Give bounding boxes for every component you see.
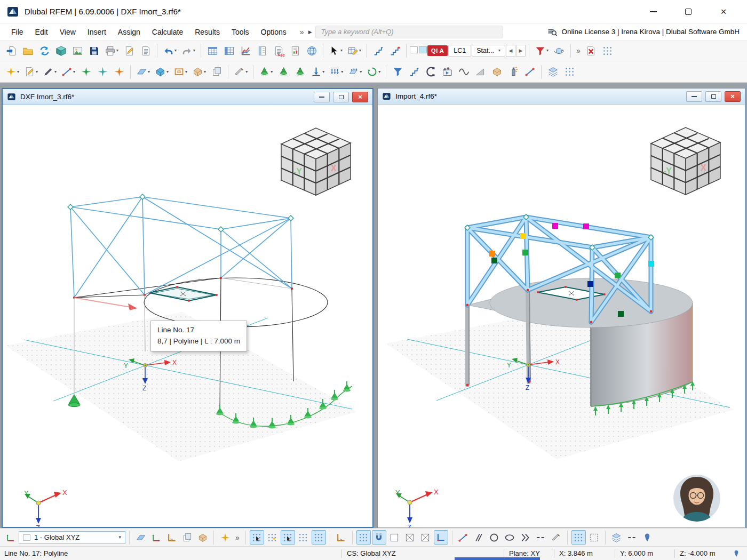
work-plane-button[interactable] bbox=[195, 530, 210, 545]
window-dxf-import[interactable]: DXF Imort_3.rf6* × bbox=[2, 88, 374, 528]
maximize-button[interactable] bbox=[680, 4, 697, 20]
copy-cs-button[interactable] bbox=[180, 530, 194, 545]
analysis-type-dropdown[interactable]: Stat...▾ bbox=[472, 45, 505, 57]
divide-snap-toggle[interactable] bbox=[549, 530, 563, 545]
table-manager-button[interactable] bbox=[600, 43, 616, 59]
bisector-snap-toggle[interactable] bbox=[534, 530, 548, 545]
filter-button[interactable]: ▾ bbox=[533, 43, 551, 59]
slab-outline[interactable] bbox=[74, 278, 328, 327]
parallel-snap-toggle[interactable] bbox=[472, 530, 486, 545]
menu-item-calculate[interactable]: Calculate bbox=[146, 25, 189, 39]
model-cube-button[interactable] bbox=[53, 43, 69, 59]
insert-opening-button[interactable]: ▾ bbox=[171, 64, 189, 80]
right-3d-viewport[interactable]: X Y Z X Y Z -Y X bbox=[378, 105, 745, 527]
nodal-load-button[interactable]: ▾ bbox=[308, 64, 327, 80]
status-pin-icon[interactable] bbox=[732, 547, 741, 560]
license-area[interactable]: Online License 3 | Irena Kirova | Dlubal… bbox=[547, 27, 742, 37]
tool-overflow-icon[interactable]: » bbox=[574, 46, 583, 55]
perpendicular-snap-toggle[interactable] bbox=[434, 530, 448, 545]
window-import-4[interactable]: Import_4.rf6* × bbox=[377, 88, 745, 528]
move-cs-button[interactable] bbox=[149, 530, 163, 545]
line-support-button[interactable] bbox=[275, 64, 291, 80]
slab-surface[interactable] bbox=[467, 278, 693, 327]
right-window-titlebar[interactable]: Import_4.rf6* × bbox=[378, 89, 745, 105]
save-button[interactable] bbox=[86, 43, 102, 59]
close-button[interactable]: × bbox=[715, 4, 732, 20]
insert-line-button[interactable]: ▾ bbox=[59, 64, 77, 80]
levels-button[interactable] bbox=[640, 530, 655, 545]
quick-input-badge[interactable]: QI A bbox=[427, 45, 448, 56]
solid-model-button[interactable] bbox=[489, 64, 505, 80]
hide-objects-toggle[interactable] bbox=[625, 530, 639, 545]
measure-line-button[interactable] bbox=[522, 64, 538, 80]
layers-toggle[interactable] bbox=[609, 530, 624, 545]
edit-plane-button[interactable] bbox=[133, 530, 148, 545]
tables-button[interactable] bbox=[204, 43, 220, 59]
layers-button[interactable] bbox=[545, 64, 561, 80]
previous-load-case-button[interactable]: ◀ bbox=[506, 45, 515, 57]
snap-node-toggle[interactable] bbox=[265, 530, 280, 545]
printout-report-button[interactable] bbox=[287, 43, 303, 59]
sync-button[interactable] bbox=[36, 43, 52, 59]
guideline-angle-button[interactable] bbox=[334, 530, 348, 545]
draw-line-button[interactable]: ▾ bbox=[41, 64, 59, 80]
insert-surface-button[interactable]: ▾ bbox=[134, 64, 152, 80]
results-tables-button[interactable] bbox=[221, 43, 237, 59]
center-snap-toggle[interactable] bbox=[487, 530, 502, 545]
redo-button[interactable]: ▾ bbox=[179, 43, 197, 59]
next-load-case-button[interactable]: ▶ bbox=[516, 45, 526, 57]
line-snap-toggle[interactable] bbox=[456, 530, 471, 545]
rotate-cs-button[interactable] bbox=[164, 530, 179, 545]
surface-load-button[interactable]: ▾ bbox=[346, 64, 364, 80]
cut-section-button[interactable]: ▾ bbox=[232, 64, 250, 80]
snap-overflow-icon[interactable]: » bbox=[233, 533, 242, 542]
object-snap-grid-toggle[interactable] bbox=[356, 530, 371, 545]
background-swatch-cyan[interactable] bbox=[419, 46, 427, 53]
selection-box-toggle[interactable] bbox=[587, 530, 601, 545]
script-console-button[interactable]: >sc bbox=[271, 43, 287, 59]
left-window-titlebar[interactable]: DXF Imort_3.rf6* × bbox=[3, 89, 372, 105]
right-restore-button[interactable] bbox=[705, 91, 721, 102]
menu-item-options[interactable]: Options bbox=[255, 25, 292, 39]
nodal-support-button[interactable]: ▾ bbox=[257, 64, 275, 80]
magnet-snap-toggle[interactable] bbox=[372, 530, 386, 545]
slope-button[interactable] bbox=[472, 64, 488, 80]
insert-block-button[interactable]: ▾ bbox=[190, 64, 208, 80]
insert-node-button[interactable]: ▾ bbox=[3, 64, 21, 80]
mode-shape-button[interactable] bbox=[456, 64, 472, 80]
background-swatch-white[interactable] bbox=[410, 46, 418, 53]
visibility-filter-button[interactable] bbox=[390, 64, 406, 80]
menu-item-view[interactable]: View bbox=[54, 25, 82, 39]
grid-display-toggle[interactable] bbox=[296, 530, 311, 545]
status-cs[interactable]: CS: Global XYZ bbox=[347, 547, 396, 560]
menu-item-edit[interactable]: Edit bbox=[29, 25, 54, 39]
navigation-cube[interactable]: -Y X bbox=[651, 127, 720, 195]
endpoint-snap-toggle[interactable] bbox=[387, 530, 402, 545]
tangent-snap-toggle[interactable] bbox=[503, 530, 517, 545]
copy-object-button[interactable] bbox=[209, 64, 225, 80]
global-settings-button[interactable] bbox=[304, 43, 320, 59]
coordinate-system-button[interactable] bbox=[3, 530, 18, 545]
new-note-button[interactable] bbox=[121, 43, 137, 59]
right-close-button[interactable]: × bbox=[725, 91, 741, 102]
display-swatches[interactable] bbox=[410, 46, 427, 55]
menu-item-assign[interactable]: Assign bbox=[112, 25, 146, 39]
moment-load-button[interactable]: ▾ bbox=[364, 64, 383, 80]
menu-overflow-icon[interactable]: » bbox=[300, 28, 304, 36]
print-button[interactable]: ▾ bbox=[102, 43, 121, 59]
orbit-view-button[interactable] bbox=[551, 43, 567, 59]
delete-results-button[interactable] bbox=[583, 43, 599, 59]
new-grid-point-button[interactable] bbox=[218, 530, 232, 545]
select-pointer-button[interactable]: ▾ bbox=[327, 43, 345, 59]
diagram-button[interactable] bbox=[237, 43, 253, 59]
panel-button[interactable] bbox=[254, 43, 270, 59]
snap-grid-toggle[interactable] bbox=[281, 530, 295, 545]
left-3d-viewport[interactable]: X Y Z X Y Z -Y X bbox=[3, 105, 372, 527]
left-minimize-button[interactable] bbox=[314, 92, 330, 102]
selected-polyline-opening[interactable] bbox=[148, 286, 218, 302]
navigation-cube[interactable]: -Y X bbox=[281, 128, 351, 195]
document-button[interactable] bbox=[138, 43, 154, 59]
insert-member-set-button[interactable] bbox=[94, 64, 110, 80]
menu-item-results[interactable]: Results bbox=[189, 25, 226, 39]
right-minimize-button[interactable] bbox=[686, 91, 702, 102]
